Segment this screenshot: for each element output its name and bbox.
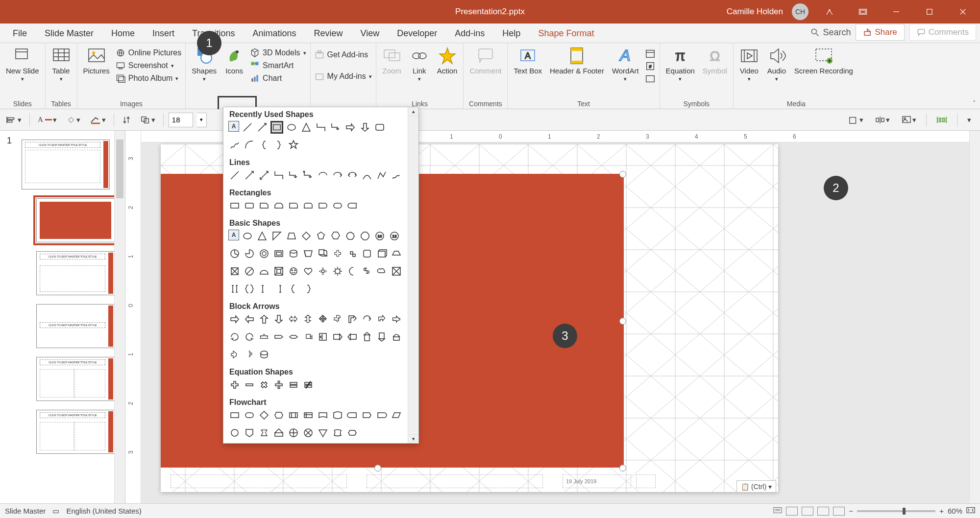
shape-rect-9[interactable] — [346, 199, 359, 212]
s[interactable] — [243, 313, 256, 326]
tab-animations[interactable]: Animations — [244, 24, 305, 43]
s[interactable] — [228, 265, 241, 278]
shape-equals[interactable] — [287, 378, 300, 391]
screenshot-button[interactable]: Screenshot ▾ — [116, 61, 174, 71]
s[interactable] — [359, 230, 371, 242]
shapes-scrollbar[interactable]: ▴ ▾ — [408, 107, 418, 443]
s[interactable] — [331, 265, 344, 278]
s[interactable] — [317, 426, 329, 439]
shape-line-8[interactable] — [331, 169, 344, 182]
s[interactable] — [346, 265, 359, 278]
header-footer-button[interactable]: Header & Footer — [548, 45, 606, 76]
s[interactable] — [272, 330, 285, 343]
s[interactable] — [287, 330, 300, 343]
shape-line-9[interactable] — [346, 169, 359, 182]
font-color-icon[interactable]: A ▾ — [35, 114, 60, 126]
font-size-dropdown[interactable]: ▾ — [197, 113, 207, 127]
user-name[interactable]: Camille Holden — [727, 7, 783, 17]
s[interactable] — [390, 313, 403, 326]
shape-rectangle[interactable] — [270, 121, 283, 134]
shape-minus[interactable] — [243, 378, 256, 391]
3d-models-button[interactable]: 3D Models ▾ — [250, 48, 306, 58]
s[interactable] — [302, 330, 315, 343]
new-slide-button[interactable]: New Slide ▾ — [4, 45, 41, 83]
tab-file[interactable]: File — [4, 24, 36, 43]
symbol-button[interactable]: ΩSymbol — [701, 45, 729, 76]
textbox-button[interactable]: AText Box — [512, 45, 544, 76]
audio-button[interactable]: Audio▾ — [765, 45, 788, 83]
maximize-button[interactable] — [917, 2, 942, 22]
s[interactable] — [375, 409, 388, 422]
shape-line-1[interactable] — [228, 169, 241, 182]
s[interactable] — [243, 265, 256, 278]
s[interactable] — [346, 426, 359, 439]
my-addins-button[interactable]: My Add-ins ▾ — [315, 71, 372, 81]
s[interactable] — [256, 230, 269, 242]
shape-line-arrow[interactable] — [256, 121, 269, 134]
date-time-icon[interactable] — [645, 48, 656, 59]
s[interactable] — [346, 409, 359, 422]
s[interactable] — [272, 265, 285, 278]
s[interactable] — [361, 265, 373, 278]
shape-multiply[interactable] — [258, 378, 270, 391]
s[interactable] — [228, 426, 241, 439]
shape-line-curve[interactable] — [361, 169, 373, 182]
shape-line-7[interactable] — [317, 169, 329, 182]
shape-right-brace[interactable] — [272, 139, 285, 151]
shape-rect-6[interactable] — [302, 199, 315, 212]
s[interactable] — [243, 330, 256, 343]
shape-rect-5[interactable] — [287, 199, 300, 212]
photo-album-button[interactable]: Photo Album ▾ — [116, 73, 179, 83]
s[interactable] — [228, 330, 241, 343]
shape-textbox[interactable]: A — [228, 121, 239, 132]
s[interactable] — [375, 313, 388, 326]
tab-slide-master[interactable]: Slide Master — [36, 24, 102, 43]
screen-recording-button[interactable]: +Screen Recording — [792, 45, 855, 76]
comments-button[interactable]: Comments — [909, 24, 976, 41]
thumb-layout-4[interactable]: CLICK TO EDIT MASTER TITLE STYLE — [36, 357, 114, 401]
s[interactable] — [329, 230, 342, 242]
shape-scribble[interactable] — [228, 139, 241, 151]
s[interactable] — [302, 247, 315, 260]
tab-addins[interactable]: Add-ins — [446, 24, 493, 43]
s[interactable] — [317, 409, 329, 422]
s[interactable] — [346, 313, 359, 326]
s[interactable] — [243, 426, 256, 439]
icons-button[interactable]: Icons — [222, 45, 246, 76]
arrange-icon[interactable]: ▾ — [138, 114, 158, 126]
s[interactable] — [243, 247, 256, 260]
s[interactable] — [258, 313, 270, 326]
s[interactable] — [228, 313, 241, 326]
s[interactable] — [287, 247, 300, 260]
s[interactable] — [302, 426, 315, 439]
shape-rect-7[interactable] — [317, 199, 329, 212]
s[interactable]: 12 — [388, 230, 401, 242]
tab-shape-format[interactable]: Shape Format — [529, 24, 603, 43]
shape-rect-2[interactable] — [243, 199, 256, 212]
s[interactable] — [390, 247, 403, 260]
thumb-layout-2[interactable]: CLICK TO EDIT MASTER TITLE STYLE — [36, 251, 114, 295]
paste-options-icon[interactable]: ▾ — [846, 113, 866, 127]
thumb-layout-3[interactable]: CLICK TO EDIT MASTER TITLE STYLE — [36, 304, 114, 348]
video-button[interactable]: Video▾ — [737, 45, 761, 83]
s[interactable] — [243, 409, 256, 422]
footer-number[interactable] — [636, 474, 656, 488]
comment-button[interactable]: Comment — [467, 45, 503, 76]
s[interactable] — [346, 330, 359, 343]
view-normal-icon[interactable] — [786, 507, 798, 516]
s[interactable] — [287, 313, 300, 326]
pictures-button[interactable]: Pictures — [81, 45, 112, 76]
s[interactable] — [243, 283, 256, 295]
s[interactable] — [287, 426, 300, 439]
view-reading-icon[interactable] — [817, 507, 829, 516]
shape-outline-icon[interactable]: ▾ — [87, 114, 109, 126]
zoom-out-icon[interactable]: − — [849, 507, 853, 515]
thumb-layout-5[interactable]: CLICK TO EDIT MASTER TITLE STYLE — [36, 410, 114, 454]
s[interactable] — [302, 265, 315, 278]
s[interactable] — [331, 426, 344, 439]
thumb-master[interactable]: CLICK TO EDIT MASTER TITLE STYLE — [22, 140, 110, 189]
s[interactable] — [331, 313, 344, 326]
shape-elbow-arrow[interactable] — [329, 121, 342, 134]
picture-icon[interactable]: ▾ — [899, 113, 919, 127]
s[interactable] — [346, 247, 359, 260]
